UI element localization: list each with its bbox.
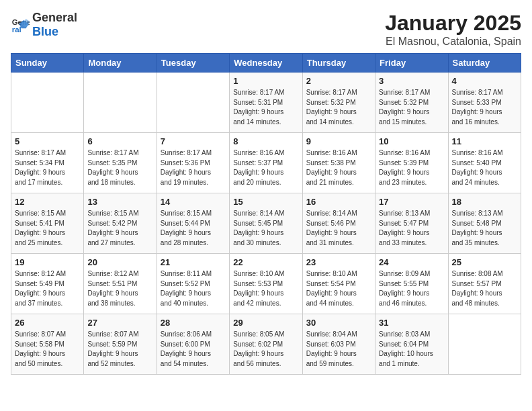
day-info: Sunrise: 8:17 AM Sunset: 5:35 PM Dayligh… (87, 148, 152, 187)
day-info: Sunrise: 8:11 AM Sunset: 5:52 PM Dayligh… (161, 269, 226, 308)
day-info: Sunrise: 8:17 AM Sunset: 5:36 PM Dayligh… (161, 148, 226, 187)
day-number: 14 (161, 197, 226, 207)
day-number: 19 (15, 257, 80, 267)
day-number: 23 (306, 257, 371, 267)
day-info: Sunrise: 8:16 AM Sunset: 5:37 PM Dayligh… (233, 148, 298, 187)
day-cell: 23Sunrise: 8:10 AM Sunset: 5:54 PM Dayli… (302, 254, 375, 314)
day-info: Sunrise: 8:05 AM Sunset: 6:02 PM Dayligh… (233, 330, 298, 369)
day-info: Sunrise: 8:10 AM Sunset: 5:54 PM Dayligh… (306, 269, 371, 308)
day-cell: 4Sunrise: 8:17 AM Sunset: 5:33 PM Daylig… (448, 73, 521, 133)
day-number: 10 (379, 136, 444, 146)
header-cell-wednesday: Wednesday (230, 54, 302, 73)
day-cell: 15Sunrise: 8:14 AM Sunset: 5:45 PM Dayli… (230, 193, 302, 254)
day-cell: 21Sunrise: 8:11 AM Sunset: 5:52 PM Dayli… (157, 254, 229, 314)
day-number: 7 (161, 136, 226, 146)
day-cell: 25Sunrise: 8:08 AM Sunset: 5:57 PM Dayli… (448, 254, 521, 314)
day-number: 13 (87, 197, 152, 207)
week-row-3: 12Sunrise: 8:15 AM Sunset: 5:41 PM Dayli… (11, 193, 521, 254)
day-number: 6 (87, 136, 152, 146)
day-cell: 12Sunrise: 8:15 AM Sunset: 5:41 PM Dayli… (11, 193, 84, 254)
day-cell: 24Sunrise: 8:09 AM Sunset: 5:55 PM Dayli… (375, 254, 448, 314)
day-info: Sunrise: 8:07 AM Sunset: 5:58 PM Dayligh… (15, 330, 80, 369)
day-info: Sunrise: 8:09 AM Sunset: 5:55 PM Dayligh… (379, 269, 444, 308)
day-number: 27 (87, 318, 152, 328)
day-cell: 22Sunrise: 8:10 AM Sunset: 5:53 PM Dayli… (230, 254, 302, 314)
day-info: Sunrise: 8:13 AM Sunset: 5:47 PM Dayligh… (379, 209, 444, 248)
day-cell: 27Sunrise: 8:07 AM Sunset: 5:59 PM Dayli… (84, 314, 157, 375)
header-cell-monday: Monday (84, 54, 157, 73)
logo: Gene ral General Blue (11, 11, 77, 39)
day-cell: 10Sunrise: 8:16 AM Sunset: 5:39 PM Dayli… (375, 133, 448, 193)
day-cell: 14Sunrise: 8:15 AM Sunset: 5:44 PM Dayli… (157, 193, 229, 254)
day-number: 28 (161, 318, 226, 328)
day-number: 2 (306, 76, 371, 86)
day-number: 30 (306, 318, 371, 328)
header-row: SundayMondayTuesdayWednesdayThursdayFrid… (11, 54, 521, 73)
day-cell: 8Sunrise: 8:16 AM Sunset: 5:37 PM Daylig… (230, 133, 302, 193)
day-cell: 1Sunrise: 8:17 AM Sunset: 5:31 PM Daylig… (230, 73, 302, 133)
week-row-4: 19Sunrise: 8:12 AM Sunset: 5:49 PM Dayli… (11, 254, 521, 314)
logo-general: General (32, 11, 77, 24)
calendar-table: SundayMondayTuesdayWednesdayThursdayFrid… (11, 53, 521, 375)
day-info: Sunrise: 8:03 AM Sunset: 6:04 PM Dayligh… (379, 330, 444, 369)
day-cell: 9Sunrise: 8:16 AM Sunset: 5:38 PM Daylig… (302, 133, 375, 193)
day-number: 11 (452, 136, 517, 146)
day-number: 3 (379, 76, 444, 86)
day-number: 31 (379, 318, 444, 328)
logo-text: General Blue (32, 11, 77, 39)
day-number: 5 (15, 136, 80, 146)
day-cell: 18Sunrise: 8:13 AM Sunset: 5:48 PM Dayli… (448, 193, 521, 254)
day-number: 26 (15, 318, 80, 328)
day-info: Sunrise: 8:15 AM Sunset: 5:42 PM Dayligh… (87, 209, 152, 248)
day-number: 1 (233, 76, 298, 86)
day-info: Sunrise: 8:15 AM Sunset: 5:41 PM Dayligh… (15, 209, 80, 248)
day-info: Sunrise: 8:12 AM Sunset: 5:49 PM Dayligh… (15, 269, 80, 308)
day-number: 18 (452, 197, 517, 207)
day-cell: 28Sunrise: 8:06 AM Sunset: 6:00 PM Dayli… (157, 314, 229, 375)
day-number: 21 (161, 257, 226, 267)
day-info: Sunrise: 8:10 AM Sunset: 5:53 PM Dayligh… (233, 269, 298, 308)
day-info: Sunrise: 8:17 AM Sunset: 5:34 PM Dayligh… (15, 148, 80, 187)
day-cell (157, 73, 229, 133)
day-info: Sunrise: 8:14 AM Sunset: 5:45 PM Dayligh… (233, 209, 298, 248)
header-cell-thursday: Thursday (302, 54, 375, 73)
logo-icon: Gene ral (11, 15, 30, 34)
calendar-subtitle: El Masnou, Catalonia, Spain (385, 36, 521, 48)
day-info: Sunrise: 8:15 AM Sunset: 5:44 PM Dayligh… (161, 209, 226, 248)
day-number: 22 (233, 257, 298, 267)
logo-blue: Blue (32, 25, 58, 38)
day-number: 24 (379, 257, 444, 267)
day-info: Sunrise: 8:12 AM Sunset: 5:51 PM Dayligh… (87, 269, 152, 308)
day-info: Sunrise: 8:17 AM Sunset: 5:32 PM Dayligh… (306, 88, 371, 127)
day-cell: 19Sunrise: 8:12 AM Sunset: 5:49 PM Dayli… (11, 254, 84, 314)
day-info: Sunrise: 8:14 AM Sunset: 5:46 PM Dayligh… (306, 209, 371, 248)
day-cell: 29Sunrise: 8:05 AM Sunset: 6:02 PM Dayli… (230, 314, 302, 375)
header: Gene ral General Blue January 2025 El Ma… (11, 11, 521, 48)
title-area: January 2025 El Masnou, Catalonia, Spain (385, 11, 521, 48)
day-number: 9 (306, 136, 371, 146)
day-cell (84, 73, 157, 133)
day-cell: 26Sunrise: 8:07 AM Sunset: 5:58 PM Dayli… (11, 314, 84, 375)
week-row-5: 26Sunrise: 8:07 AM Sunset: 5:58 PM Dayli… (11, 314, 521, 375)
day-cell: 5Sunrise: 8:17 AM Sunset: 5:34 PM Daylig… (11, 133, 84, 193)
day-number: 20 (87, 257, 152, 267)
day-info: Sunrise: 8:07 AM Sunset: 5:59 PM Dayligh… (87, 330, 152, 369)
day-cell: 2Sunrise: 8:17 AM Sunset: 5:32 PM Daylig… (302, 73, 375, 133)
header-cell-sunday: Sunday (11, 54, 84, 73)
day-number: 4 (452, 76, 517, 86)
day-info: Sunrise: 8:17 AM Sunset: 5:32 PM Dayligh… (379, 88, 444, 127)
day-cell: 16Sunrise: 8:14 AM Sunset: 5:46 PM Dayli… (302, 193, 375, 254)
day-cell (11, 73, 84, 133)
day-number: 16 (306, 197, 371, 207)
day-info: Sunrise: 8:06 AM Sunset: 6:00 PM Dayligh… (161, 330, 226, 369)
day-info: Sunrise: 8:17 AM Sunset: 5:31 PM Dayligh… (233, 88, 298, 127)
day-info: Sunrise: 8:08 AM Sunset: 5:57 PM Dayligh… (452, 269, 517, 308)
day-number: 29 (233, 318, 298, 328)
day-cell: 6Sunrise: 8:17 AM Sunset: 5:35 PM Daylig… (84, 133, 157, 193)
day-info: Sunrise: 8:17 AM Sunset: 5:33 PM Dayligh… (452, 88, 517, 127)
day-number: 8 (233, 136, 298, 146)
header-cell-friday: Friday (375, 54, 448, 73)
week-row-1: 1Sunrise: 8:17 AM Sunset: 5:31 PM Daylig… (11, 73, 521, 133)
day-cell (448, 314, 521, 375)
day-info: Sunrise: 8:16 AM Sunset: 5:39 PM Dayligh… (379, 148, 444, 187)
